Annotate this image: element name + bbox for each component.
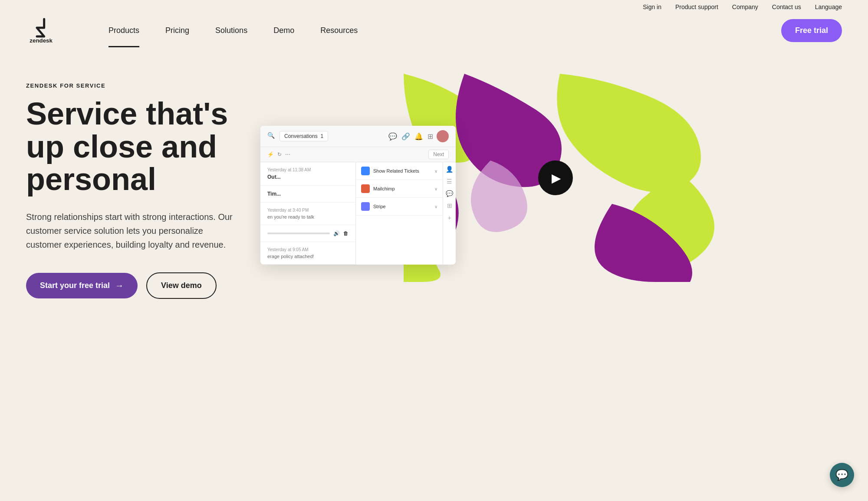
user-avatar[interactable] <box>437 130 449 142</box>
chevron-down-icon: ∨ <box>434 187 437 191</box>
ticket-list: Yesterday at 11:38 AM Out... Tim... Yest… <box>260 162 356 265</box>
more-icon: ⋯ <box>285 151 290 157</box>
nav-item-products[interactable]: Products <box>95 14 152 47</box>
timestamp: Yesterday at 3:40 PM <box>267 208 349 213</box>
next-button[interactable]: Next <box>428 150 449 159</box>
ticket-name: Out... <box>267 174 349 180</box>
conversations-tab-label: Conversations <box>284 133 318 139</box>
hero-eyebrow: ZENDESK FOR SERVICE <box>26 82 252 89</box>
bell-icon: 🔔 <box>414 132 423 141</box>
nav-item-solutions[interactable]: Solutions <box>202 14 260 47</box>
person-icon: 👤 <box>446 166 453 173</box>
mockup-topbar: 🔍 Conversations 1 💬 🔗 🔔 ⊞ <box>260 126 456 147</box>
play-button[interactable]: ▶ <box>538 160 573 195</box>
refresh-icon: ↻ <box>277 151 282 157</box>
audio-icon: 🔊 <box>333 230 340 236</box>
hero-content: ZENDESK FOR SERVICE Service that's up cl… <box>26 74 252 299</box>
conversations-tab[interactable]: Conversations 1 <box>279 131 328 141</box>
timestamp: Yesterday at 9:05 AM <box>267 247 349 252</box>
hero-buttons: Start your free trial → View demo <box>26 272 252 299</box>
related-tickets-icon <box>361 167 370 175</box>
hero-visual: 🔍 Conversations 1 💬 🔗 🔔 ⊞ ⚡ ↻ ⋯ Next <box>269 74 842 282</box>
conversations-count: 1 <box>320 133 323 139</box>
chat-icon: 💬 <box>388 132 397 141</box>
play-icon: ▶ <box>552 171 561 185</box>
ticket-name: Tim... <box>267 191 349 197</box>
chat-support-icon: 💬 <box>835 469 848 481</box>
list-icon: ☰ <box>447 178 452 185</box>
chevron-down-icon: ∨ <box>434 169 437 174</box>
ui-mockup: 🔍 Conversations 1 💬 🔗 🔔 ⊞ ⚡ ↻ ⋯ Next <box>260 126 456 265</box>
grid-small-icon: ⊞ <box>447 202 452 209</box>
list-item[interactable]: Yesterday at 11:38 AM Out... <box>260 162 355 186</box>
hero-description: Strong relationships start with strong i… <box>26 210 234 252</box>
sidebar-item-stripe[interactable]: Stripe ∨ <box>356 198 443 216</box>
hero-title: Service that's up close and personal <box>26 98 252 196</box>
list-item[interactable]: 🔊 🗑 <box>260 225 355 242</box>
sidebar-item-mailchimp[interactable]: Mailchimp ∨ <box>356 180 443 198</box>
chat-support-button[interactable]: 💬 <box>830 463 854 487</box>
utility-bar: Sign in Product support Company Contact … <box>0 0 868 14</box>
mailchimp-label: Mailchimp <box>373 186 431 191</box>
sign-in-link[interactable]: Sign in <box>643 3 661 10</box>
contact-us-link[interactable]: Contact us <box>772 3 801 10</box>
language-link[interactable]: Language <box>815 3 842 10</box>
stripe-label: Stripe <box>373 204 431 209</box>
plus-icon: + <box>447 214 451 221</box>
grid-icon: ⊞ <box>427 132 433 141</box>
link-icon: 🔗 <box>401 132 410 141</box>
nav-item-resources[interactable]: Resources <box>307 14 371 47</box>
ticket-preview: en you're ready to talk <box>267 214 349 219</box>
chat-small-icon: 💬 <box>446 190 453 197</box>
related-tickets-label: Show Related Tickets <box>373 168 431 174</box>
sidebar-item-related-tickets[interactable]: Show Related Tickets ∨ <box>356 162 443 180</box>
hero-section: ZENDESK FOR SERVICE Service that's up cl… <box>0 48 868 334</box>
list-item[interactable]: Tim... <box>260 186 355 203</box>
nav-links: Products Pricing Solutions Demo Resource… <box>95 14 781 47</box>
list-item[interactable]: Yesterday at 9:05 AM erage policy attach… <box>260 242 355 265</box>
product-support-link[interactable]: Product support <box>675 3 718 10</box>
mockup-toolbar: ⚡ ↻ ⋯ Next <box>260 147 456 162</box>
list-item[interactable]: Yesterday at 3:40 PM en you're ready to … <box>260 203 355 225</box>
start-trial-button[interactable]: Start your free trial → <box>26 273 138 298</box>
main-nav: zendesk Products Pricing Solutions Demo … <box>0 14 868 48</box>
search-icon: 🔍 <box>267 132 276 141</box>
free-trial-button[interactable]: Free trial <box>781 19 842 42</box>
filter-icon: ⚡ <box>267 151 274 157</box>
view-demo-button[interactable]: View demo <box>146 272 217 299</box>
mockup-icon-bar: 💬 🔗 🔔 ⊞ <box>388 132 433 141</box>
nav-item-demo[interactable]: Demo <box>260 14 307 47</box>
timestamp: Yesterday at 11:38 AM <box>267 167 349 172</box>
start-trial-label: Start your free trial <box>40 281 110 290</box>
delete-icon: 🗑 <box>343 230 349 236</box>
icon-rail: 👤 ☰ 💬 ⊞ + <box>443 162 456 265</box>
ticket-preview: erage policy attached! <box>267 254 349 259</box>
mockup-content: Yesterday at 11:38 AM Out... Tim... Yest… <box>260 162 456 265</box>
nav-item-pricing[interactable]: Pricing <box>152 14 202 47</box>
ticket-sidebar: Show Related Tickets ∨ Mailchimp ∨ Strip… <box>356 162 443 265</box>
stripe-icon <box>361 202 370 211</box>
logo[interactable]: zendesk <box>26 15 69 47</box>
chevron-down-icon: ∨ <box>434 204 437 209</box>
mailchimp-icon <box>361 184 370 193</box>
svg-text:zendesk: zendesk <box>30 37 53 44</box>
company-link[interactable]: Company <box>732 3 758 10</box>
arrow-icon: → <box>115 281 124 291</box>
